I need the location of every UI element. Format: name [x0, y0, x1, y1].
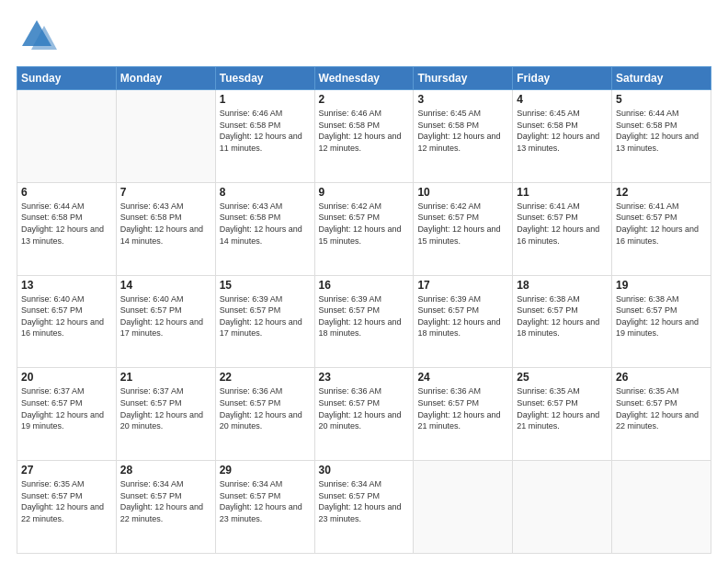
day-info: Sunrise: 6:45 AM Sunset: 6:58 PM Dayligh…: [417, 108, 508, 154]
calendar-cell: 15Sunrise: 6:39 AM Sunset: 6:57 PM Dayli…: [215, 275, 314, 368]
day-number: 12: [616, 186, 707, 199]
day-info: Sunrise: 6:44 AM Sunset: 6:58 PM Dayligh…: [21, 201, 112, 247]
day-number: 4: [517, 93, 608, 106]
calendar-cell: 27Sunrise: 6:35 AM Sunset: 6:57 PM Dayli…: [17, 461, 117, 554]
day-number: 22: [220, 371, 311, 384]
day-number: 23: [319, 371, 410, 384]
header: [17, 17, 711, 57]
day-info: Sunrise: 6:39 AM Sunset: 6:57 PM Dayligh…: [319, 293, 410, 339]
day-info: Sunrise: 6:35 AM Sunset: 6:57 PM Dayligh…: [616, 385, 707, 431]
day-info: Sunrise: 6:36 AM Sunset: 6:57 PM Dayligh…: [220, 385, 311, 431]
day-number: 5: [616, 93, 707, 106]
calendar-cell: 22Sunrise: 6:36 AM Sunset: 6:57 PM Dayli…: [215, 368, 314, 461]
weekday-header-row: SundayMondayTuesdayWednesdayThursdayFrid…: [17, 67, 711, 90]
weekday-header-saturday: Saturday: [612, 67, 711, 90]
calendar-cell: 10Sunrise: 6:42 AM Sunset: 6:57 PM Dayli…: [414, 182, 513, 275]
week-row-4: 27Sunrise: 6:35 AM Sunset: 6:57 PM Dayli…: [17, 461, 711, 554]
calendar-cell: 16Sunrise: 6:39 AM Sunset: 6:57 PM Dayli…: [314, 275, 414, 368]
week-row-0: 1Sunrise: 6:46 AM Sunset: 6:58 PM Daylig…: [17, 90, 711, 183]
day-number: 10: [417, 186, 508, 199]
calendar-table: SundayMondayTuesdayWednesdayThursdayFrid…: [17, 66, 711, 554]
logo: [17, 17, 57, 57]
day-info: Sunrise: 6:36 AM Sunset: 6:57 PM Dayligh…: [319, 385, 410, 431]
day-info: Sunrise: 6:39 AM Sunset: 6:57 PM Dayligh…: [417, 293, 508, 339]
calendar-cell: 20Sunrise: 6:37 AM Sunset: 6:57 PM Dayli…: [17, 368, 117, 461]
weekday-header-tuesday: Tuesday: [215, 67, 314, 90]
day-number: 21: [120, 371, 211, 384]
day-info: Sunrise: 6:46 AM Sunset: 6:58 PM Dayligh…: [220, 108, 311, 154]
calendar-cell: 24Sunrise: 6:36 AM Sunset: 6:57 PM Dayli…: [414, 368, 513, 461]
calendar-cell: 28Sunrise: 6:34 AM Sunset: 6:57 PM Dayli…: [116, 461, 215, 554]
weekday-header-wednesday: Wednesday: [314, 67, 414, 90]
calendar-cell: [116, 90, 215, 183]
day-number: 28: [120, 464, 211, 477]
day-info: Sunrise: 6:43 AM Sunset: 6:58 PM Dayligh…: [120, 201, 211, 247]
calendar-cell: 21Sunrise: 6:37 AM Sunset: 6:57 PM Dayli…: [116, 368, 215, 461]
calendar-cell: [414, 461, 513, 554]
day-info: Sunrise: 6:40 AM Sunset: 6:57 PM Dayligh…: [21, 293, 112, 339]
calendar-cell: 19Sunrise: 6:38 AM Sunset: 6:57 PM Dayli…: [612, 275, 711, 368]
day-number: 9: [319, 186, 410, 199]
weekday-header-thursday: Thursday: [414, 67, 513, 90]
day-number: 26: [616, 371, 707, 384]
day-number: 20: [21, 371, 112, 384]
day-number: 24: [417, 371, 508, 384]
calendar-cell: 7Sunrise: 6:43 AM Sunset: 6:58 PM Daylig…: [116, 182, 215, 275]
day-number: 29: [220, 464, 311, 477]
day-info: Sunrise: 6:41 AM Sunset: 6:57 PM Dayligh…: [517, 201, 608, 247]
day-info: Sunrise: 6:39 AM Sunset: 6:57 PM Dayligh…: [220, 293, 311, 339]
day-number: 3: [417, 93, 508, 106]
calendar-cell: 29Sunrise: 6:34 AM Sunset: 6:57 PM Dayli…: [215, 461, 314, 554]
day-info: Sunrise: 6:38 AM Sunset: 6:57 PM Dayligh…: [517, 293, 608, 339]
day-info: Sunrise: 6:43 AM Sunset: 6:58 PM Dayligh…: [220, 201, 311, 247]
day-number: 18: [517, 279, 608, 292]
day-number: 11: [517, 186, 608, 199]
calendar-cell: 6Sunrise: 6:44 AM Sunset: 6:58 PM Daylig…: [17, 182, 117, 275]
weekday-header-friday: Friday: [513, 67, 612, 90]
day-number: 2: [319, 93, 410, 106]
day-info: Sunrise: 6:44 AM Sunset: 6:58 PM Dayligh…: [616, 108, 707, 154]
day-number: 1: [220, 93, 311, 106]
day-number: 6: [21, 186, 112, 199]
day-info: Sunrise: 6:35 AM Sunset: 6:57 PM Dayligh…: [21, 478, 112, 524]
calendar-cell: 25Sunrise: 6:35 AM Sunset: 6:57 PM Dayli…: [513, 368, 612, 461]
day-info: Sunrise: 6:36 AM Sunset: 6:57 PM Dayligh…: [417, 385, 508, 431]
calendar-cell: [17, 90, 117, 183]
calendar-cell: [513, 461, 612, 554]
day-info: Sunrise: 6:34 AM Sunset: 6:57 PM Dayligh…: [120, 478, 211, 524]
calendar-cell: 9Sunrise: 6:42 AM Sunset: 6:57 PM Daylig…: [314, 182, 414, 275]
weekday-header-monday: Monday: [116, 67, 215, 90]
day-number: 15: [220, 279, 311, 292]
day-number: 14: [120, 279, 211, 292]
calendar-cell: 26Sunrise: 6:35 AM Sunset: 6:57 PM Dayli…: [612, 368, 711, 461]
day-number: 8: [220, 186, 311, 199]
page: SundayMondayTuesdayWednesdayThursdayFrid…: [0, 0, 728, 563]
day-info: Sunrise: 6:45 AM Sunset: 6:58 PM Dayligh…: [517, 108, 608, 154]
day-number: 16: [319, 279, 410, 292]
calendar-cell: 18Sunrise: 6:38 AM Sunset: 6:57 PM Dayli…: [513, 275, 612, 368]
day-info: Sunrise: 6:42 AM Sunset: 6:57 PM Dayligh…: [417, 201, 508, 247]
calendar-cell: 2Sunrise: 6:46 AM Sunset: 6:58 PM Daylig…: [314, 90, 414, 183]
calendar-cell: 5Sunrise: 6:44 AM Sunset: 6:58 PM Daylig…: [612, 90, 711, 183]
day-info: Sunrise: 6:35 AM Sunset: 6:57 PM Dayligh…: [517, 385, 608, 431]
calendar-cell: 4Sunrise: 6:45 AM Sunset: 6:58 PM Daylig…: [513, 90, 612, 183]
calendar-cell: 1Sunrise: 6:46 AM Sunset: 6:58 PM Daylig…: [215, 90, 314, 183]
calendar-cell: 23Sunrise: 6:36 AM Sunset: 6:57 PM Dayli…: [314, 368, 414, 461]
week-row-2: 13Sunrise: 6:40 AM Sunset: 6:57 PM Dayli…: [17, 275, 711, 368]
week-row-3: 20Sunrise: 6:37 AM Sunset: 6:57 PM Dayli…: [17, 368, 711, 461]
day-info: Sunrise: 6:37 AM Sunset: 6:57 PM Dayligh…: [21, 385, 112, 431]
day-info: Sunrise: 6:38 AM Sunset: 6:57 PM Dayligh…: [616, 293, 707, 339]
day-number: 19: [616, 279, 707, 292]
week-row-1: 6Sunrise: 6:44 AM Sunset: 6:58 PM Daylig…: [17, 182, 711, 275]
day-number: 25: [517, 371, 608, 384]
day-info: Sunrise: 6:46 AM Sunset: 6:58 PM Dayligh…: [319, 108, 410, 154]
day-number: 27: [21, 464, 112, 477]
day-number: 13: [21, 279, 112, 292]
calendar-cell: 13Sunrise: 6:40 AM Sunset: 6:57 PM Dayli…: [17, 275, 117, 368]
calendar-cell: 12Sunrise: 6:41 AM Sunset: 6:57 PM Dayli…: [612, 182, 711, 275]
calendar-cell: 30Sunrise: 6:34 AM Sunset: 6:57 PM Dayli…: [314, 461, 414, 554]
weekday-header-sunday: Sunday: [17, 67, 117, 90]
day-info: Sunrise: 6:34 AM Sunset: 6:57 PM Dayligh…: [319, 478, 410, 524]
day-info: Sunrise: 6:37 AM Sunset: 6:57 PM Dayligh…: [120, 385, 211, 431]
day-info: Sunrise: 6:40 AM Sunset: 6:57 PM Dayligh…: [120, 293, 211, 339]
